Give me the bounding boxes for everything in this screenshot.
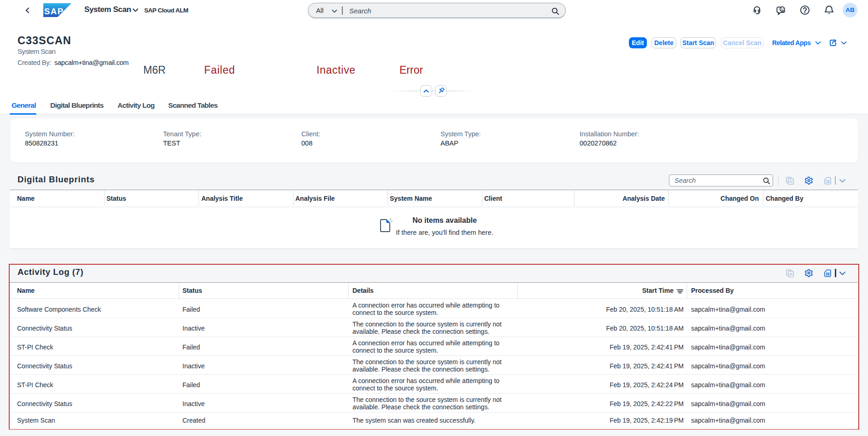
svg-text:SAP: SAP bbox=[44, 6, 63, 16]
